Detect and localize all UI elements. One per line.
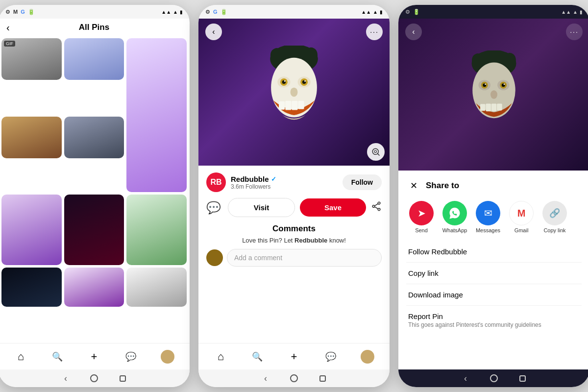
svg-rect-35 xyxy=(486,103,491,111)
creator-initials: RB xyxy=(210,178,221,187)
lens-search-button[interactable] xyxy=(367,143,385,161)
love-creator: Redbubble xyxy=(294,237,327,244)
battery-level-2: ▮ xyxy=(380,9,383,15)
pin-joker-hat[interactable] xyxy=(126,195,187,265)
gear-icon: ⚙ xyxy=(5,9,10,15)
share-copylink-button[interactable]: 🔗 Copy link xyxy=(539,201,570,233)
pin-sketch[interactable] xyxy=(126,268,187,307)
back-button[interactable]: ‹ xyxy=(6,22,10,33)
status-bar-3: ⚙ 🔋 ▲▲ ▲ ▮ xyxy=(398,5,588,19)
profile-nav-button[interactable] xyxy=(158,347,177,367)
more-options-button[interactable]: ··· xyxy=(366,24,383,40)
gmail-icon: M xyxy=(509,201,534,225)
status-right-icons: ▲▲ ▲ ▮ xyxy=(161,9,183,15)
status-bar-2: ⚙ G 🔋 ▲▲ ▲ ▮ xyxy=(198,5,390,19)
copylink-label: Copy link xyxy=(543,227,565,233)
verified-icon: ✓ xyxy=(271,175,276,183)
android-bar-3: ‹ xyxy=(398,369,588,387)
gear-icon-3: ⚙ xyxy=(405,9,410,15)
signal-icon-3: ▲▲ xyxy=(561,9,571,15)
wifi-icon: ▲ xyxy=(173,9,178,15)
android-back-button[interactable]: ‹ xyxy=(61,374,70,383)
battery-icon-3: 🔋 xyxy=(413,9,420,15)
android-home-button[interactable] xyxy=(90,374,98,383)
pin-anime-man[interactable] xyxy=(64,38,124,80)
google-icon-2: G xyxy=(213,9,218,15)
home-nav-button[interactable]: ⌂ xyxy=(11,347,30,367)
comment-input[interactable]: Add a comment xyxy=(227,249,382,267)
bottom-nav-1: ⌂ 🔍 + 💬 xyxy=(0,343,190,369)
commenter-avatar xyxy=(206,249,223,266)
follow-redbubble-option[interactable]: Follow Redbubble xyxy=(406,241,582,263)
share-header: ✕ Share to xyxy=(406,178,582,193)
svg-point-18 xyxy=(378,202,380,204)
action-row: 💬 Visit Save xyxy=(206,198,382,217)
pin-batman-dark[interactable] xyxy=(64,195,124,265)
pin-joker-cartoon[interactable] xyxy=(126,38,187,192)
search-nav-button[interactable]: 🔍 xyxy=(48,347,67,367)
close-share-button[interactable]: ✕ xyxy=(406,178,421,193)
add-nav-button-2[interactable]: + xyxy=(284,347,304,367)
back-dark-button[interactable]: ‹ xyxy=(405,24,422,40)
pin-punisher[interactable]: GIF xyxy=(1,38,62,80)
status-left-2: ⚙ G 🔋 xyxy=(205,9,227,15)
report-label: Report Pin xyxy=(408,312,580,320)
svg-point-20 xyxy=(378,208,380,211)
pins-grid-inner: GIF xyxy=(1,38,187,341)
android-back-button-2[interactable]: ‹ xyxy=(261,374,270,383)
profile-nav-button-2[interactable] xyxy=(358,347,377,367)
android-home-button-3[interactable] xyxy=(490,374,498,383)
pin-joker-clown[interactable] xyxy=(1,195,62,265)
svg-point-8 xyxy=(284,80,286,82)
share-send-button[interactable]: ➤ Send xyxy=(406,201,437,233)
svg-line-21 xyxy=(375,203,378,205)
share-icon xyxy=(371,201,382,212)
gear-icon-2: ⚙ xyxy=(205,9,210,15)
more-dark-button[interactable]: ··· xyxy=(566,24,583,40)
status-bar-1: ⚙ M G 🔋 ▲▲ ▲ ▮ xyxy=(0,5,190,19)
report-pin-option[interactable]: Report Pin This goes against Pinterest's… xyxy=(406,306,582,335)
android-recents-button-2[interactable] xyxy=(318,374,327,383)
add-nav-button[interactable]: + xyxy=(84,347,104,367)
bottom-nav-2: ⌂ 🔍 + 💬 xyxy=(198,343,390,369)
plus-icon-2: + xyxy=(291,350,297,363)
phone-1: ⚙ M G 🔋 ▲▲ ▲ ▮ ‹ All Pins GIF xyxy=(0,5,190,387)
joker-artwork-dark xyxy=(460,50,528,139)
android-recents-button-3[interactable] xyxy=(518,374,527,383)
share-button[interactable] xyxy=(371,201,382,215)
pin-batman-chibi[interactable] xyxy=(64,117,124,158)
android-back-button-3[interactable]: ‹ xyxy=(461,374,470,383)
plus-icon: + xyxy=(91,350,98,363)
pin-stallone[interactable] xyxy=(1,117,62,158)
pin-joker-text[interactable] xyxy=(1,268,62,307)
visit-button[interactable]: Visit xyxy=(228,198,295,217)
android-home-button-2[interactable] xyxy=(290,374,298,383)
report-sub: This goes against Pinterest's community … xyxy=(408,321,580,328)
share-options-list: Follow Redbubble Copy link Download imag… xyxy=(406,241,582,335)
follow-button[interactable]: Follow xyxy=(343,174,382,190)
svg-rect-14 xyxy=(298,101,304,109)
share-messages-button[interactable]: ✉ Messages xyxy=(473,201,503,233)
chat-nav-button-2[interactable]: 💬 xyxy=(321,347,341,367)
page-title: All Pins xyxy=(79,23,109,32)
back-circle-button[interactable]: ‹ xyxy=(205,24,222,40)
android-recents-button[interactable] xyxy=(118,374,127,383)
comment-bubble-icon[interactable]: 💬 xyxy=(206,201,221,215)
home-nav-button-2[interactable]: ⌂ xyxy=(211,347,230,367)
share-gmail-button[interactable]: M Gmail xyxy=(506,201,537,233)
chat-icon: 💬 xyxy=(125,351,136,362)
signal-icon: ▲▲ xyxy=(161,9,171,15)
search-nav-button-2[interactable]: 🔍 xyxy=(247,347,267,367)
pin-info-card: RB Redbubble ✓ 3.6m Followers Follow 💬 V… xyxy=(198,166,390,343)
svg-rect-13 xyxy=(292,101,297,110)
battery-save-icon: 🔋 xyxy=(28,9,35,15)
all-pins-header: ‹ All Pins xyxy=(0,19,190,36)
joker-artwork xyxy=(257,46,331,139)
share-whatsapp-button[interactable]: WhatsApp xyxy=(440,201,470,233)
download-image-option[interactable]: Download image xyxy=(406,284,582,306)
chat-nav-button[interactable]: 💬 xyxy=(121,347,141,367)
signal-icon-2: ▲▲ xyxy=(361,9,371,15)
save-button[interactable]: Save xyxy=(300,198,366,217)
pin-face[interactable] xyxy=(64,268,124,307)
copy-link-option[interactable]: Copy link xyxy=(406,263,582,284)
